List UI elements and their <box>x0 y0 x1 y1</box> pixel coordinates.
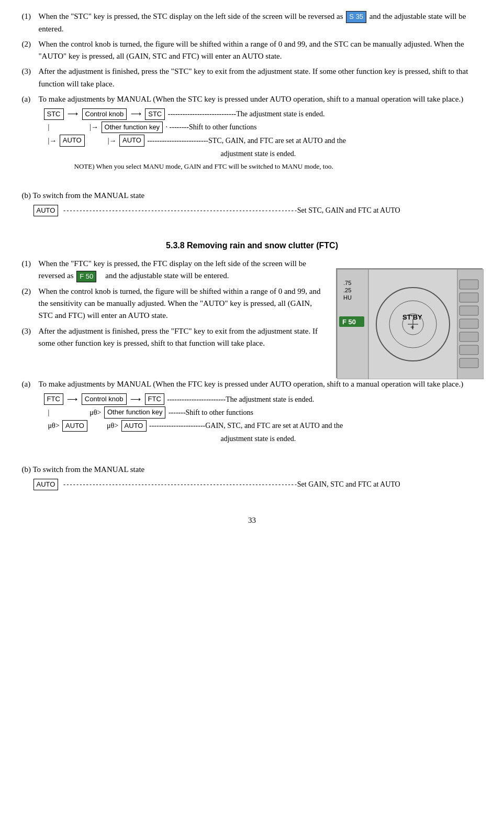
mu-arrow1: μθ> <box>48 420 62 432</box>
item-num-1: (1) <box>22 10 39 35</box>
ftc-num-3: (3) <box>22 325 39 350</box>
ftc-auto-box2: AUTO <box>121 420 147 432</box>
page-content: (1) When the "STC" key is pressed, the S… <box>22 10 483 527</box>
ftc-auto-box1: AUTO <box>62 420 87 432</box>
mu1: μθ> <box>89 407 103 419</box>
ftc-auto-row: AUTO -----------------------------------… <box>32 479 483 490</box>
item-body-a: To make adjustments by MANUAL (When the … <box>39 93 483 105</box>
ftc-num-a: (a) <box>22 378 39 390</box>
svg-text:HU: HU <box>343 294 352 301</box>
ftc-desc3b: adjustment state is ended. <box>221 433 296 445</box>
section-b-stc-label: (b) To switch from the MANUAL state <box>22 190 483 202</box>
ftc-dashes3: ----------------------- <box>148 420 206 432</box>
svg-rect-19 <box>460 332 478 342</box>
ftc-diagram-row2: | μθ> Other function key ------- Shift t… <box>48 406 483 418</box>
ftc-body-1: When the "FTC" key is pressed, the FTC d… <box>39 258 326 282</box>
stc-diagram-row1: STC ⟶ Control knob ⟶ STC ---------------… <box>43 108 483 120</box>
svg-rect-21 <box>460 358 478 368</box>
stc-auto-row: AUTO -----------------------------------… <box>32 205 483 216</box>
ftc-body-a: To make adjustments by MANUAL (When the … <box>39 378 483 390</box>
stc-note: NOTE) When you select MANU mode, GAIN an… <box>74 161 483 172</box>
ftc-arrow1: ⟶ <box>65 394 80 405</box>
other-func-key-box: Other function key <box>102 122 163 133</box>
item-num-3: (3) <box>22 65 39 90</box>
svg-rect-17 <box>460 306 478 315</box>
ftc-left-col: (1) When the "FTC" key is pressed, the F… <box>22 258 326 353</box>
arrow2: ⟶ <box>129 108 143 120</box>
ftc-right-col: .75 .25 HU F 50 ST'BY + <box>336 258 483 378</box>
svg-text:.25: .25 <box>343 287 351 293</box>
ftc-diagram-row3: μθ> AUTO μθ> AUTO ----------------------… <box>48 420 483 432</box>
control-knob-box: Control knob <box>82 108 127 120</box>
stc-auto-dashes: ----------------------------------------… <box>59 206 297 216</box>
ftc-dashes2: ------- <box>166 407 185 419</box>
ftc-spacer <box>88 420 107 432</box>
arrow1: ⟶ <box>66 108 80 120</box>
dashes3: ------------------------- <box>145 135 208 147</box>
mu-arrow2: μθ> <box>107 420 120 432</box>
section-2-stc: (2) When the control knob is turned, the… <box>22 38 483 63</box>
ftc-diagram: FTC ⟶ Control knob ⟶ FTC ---------------… <box>43 393 483 444</box>
svg-rect-20 <box>460 345 478 355</box>
ftc-diagram-row3b: adjustment state is ended. <box>221 433 483 445</box>
stc-auto-desc: Set STC, GAIN and FTC at AUTO <box>297 205 400 216</box>
stc-diagram: STC ⟶ Control knob ⟶ STC ---------------… <box>43 108 483 172</box>
ftc-item-1: (1) When the "FTC" key is pressed, the F… <box>22 258 326 282</box>
radar-svg: .75 .25 HU F 50 ST'BY + <box>337 269 484 379</box>
ftc-body-2: When the control knob is turned, the fig… <box>39 285 326 322</box>
svg-rect-18 <box>460 319 478 328</box>
section-b-stc: (b) To switch from the MANUAL state AUTO… <box>22 190 483 216</box>
radar-screen: .75 .25 HU F 50 ST'BY + <box>336 268 483 378</box>
svg-text:F 50: F 50 <box>342 318 356 326</box>
stc-key-box2: STC <box>145 108 165 120</box>
stc-key-box: STC <box>44 108 64 120</box>
ftc-auto-box-b: AUTO <box>33 479 59 490</box>
ftc-auto-dashes: ----------------------------------------… <box>59 480 297 490</box>
desc1: The adjustment state is ended. <box>236 108 324 120</box>
ftc-pipe1: | <box>48 407 90 419</box>
ftc-item-3: (3) After the adjustment is finished, pr… <box>22 325 326 350</box>
auto-key-box1: AUTO <box>60 135 85 146</box>
item-num-2: (2) <box>22 38 39 63</box>
desc2: Shift to other functions <box>189 122 257 133</box>
svg-text:ST'BY: ST'BY <box>402 313 422 321</box>
auto-key-box2: AUTO <box>119 135 144 146</box>
ftc-other-func-box: Other function key <box>104 406 166 418</box>
ftc-control-knob-box: Control knob <box>82 393 127 405</box>
svg-rect-15 <box>460 280 478 289</box>
pipe-arrow1: |→ <box>48 135 59 147</box>
spacer-indent: |→ <box>86 135 118 147</box>
item-body-3: After the adjustment is finished, press … <box>39 65 483 90</box>
svg-text:+: + <box>410 323 415 331</box>
item-body-1: When the "STC" key is pressed, the STC d… <box>39 10 483 35</box>
dashes1: ---------------------------- <box>166 108 236 120</box>
svg-text:.75: .75 <box>343 280 351 286</box>
svg-rect-16 <box>460 293 478 302</box>
item-num-a: (a) <box>22 93 39 105</box>
ftc-desc1: The adjustment state is ended. <box>226 394 314 405</box>
ftc-item-2: (2) When the control knob is turned, the… <box>22 285 326 322</box>
section-b-ftc-label: (b) To switch from the MANUAL state <box>22 464 483 476</box>
page-number: 33 <box>22 514 483 526</box>
bullet: · -------- <box>164 122 189 133</box>
stc-diagram-row3: |→ AUTO |→ AUTO ------------------------… <box>48 135 483 146</box>
section-3-stc: (3) After the adjustment is finished, pr… <box>22 65 483 90</box>
section-b-ftc: (b) To switch from the MANUAL state AUTO… <box>22 464 483 490</box>
ftc-key-box: FTC <box>44 393 63 405</box>
stc-diagram-row3b: adjustment state is ended. <box>221 148 483 160</box>
ftc-arrow2: ⟶ <box>129 394 143 405</box>
ftc-desc2: Shift to other functions <box>186 407 254 419</box>
desc3b: adjustment state is ended. <box>221 148 296 160</box>
ftc-num-1: (1) <box>22 258 39 282</box>
section-a-stc: (a) To make adjustments by MANUAL (When … <box>22 93 483 105</box>
ftc-key-box2: FTC <box>145 393 164 405</box>
section-538-heading: 5.3.8 Removing rain and snow clutter (FT… <box>22 239 483 252</box>
ftc-auto-desc: Set GAIN, STC and FTC at AUTO <box>297 479 400 490</box>
section-1-stc: (1) When the "STC" key is pressed, the S… <box>22 10 483 35</box>
ftc-desc3: GAIN, STC, and FTC are set at AUTO and t… <box>205 420 343 432</box>
ftc-dashes1: ------------------------ <box>165 394 226 405</box>
ftc-body-3: After the adjustment is finished, press … <box>39 325 326 350</box>
ftc-highlight-box: F 50 <box>76 271 96 282</box>
pipe1: | |→ <box>48 122 100 133</box>
ftc-two-col: (1) When the "FTC" key is pressed, the F… <box>22 258 483 378</box>
